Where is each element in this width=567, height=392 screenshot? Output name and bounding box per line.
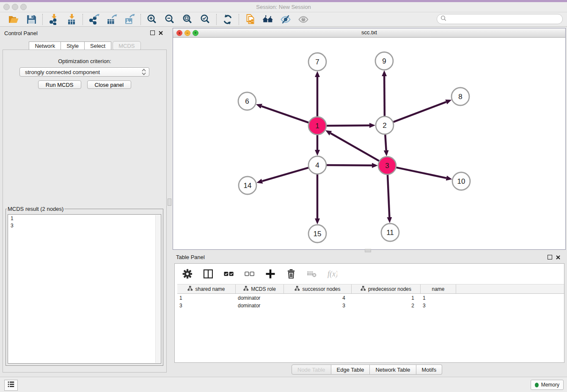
graph-node-10[interactable]: 10 (452, 172, 470, 190)
mcds-result-legend: MCDS result (2 nodes) (7, 206, 64, 212)
close-panel-button[interactable]: Close panel (87, 80, 132, 89)
zoom-out-icon[interactable] (163, 13, 176, 26)
table-row[interactable]: 1dominator411 (177, 295, 564, 301)
edge-3-1[interactable] (330, 133, 379, 161)
hide-selected-icon[interactable] (279, 13, 292, 26)
edge-3-10[interactable] (396, 168, 446, 178)
graph-node-15[interactable]: 15 (308, 225, 326, 243)
edge-1-2[interactable] (327, 125, 369, 126)
maximize-view-icon[interactable]: + (193, 30, 198, 36)
column-header-name[interactable]: name (421, 284, 456, 293)
import-table-icon[interactable] (65, 13, 78, 26)
select-all-icon[interactable] (223, 268, 234, 279)
tab-network[interactable]: Network (29, 41, 61, 50)
delete-row-icon[interactable] (286, 268, 296, 279)
table-cell[interactable]: dominator (236, 303, 284, 309)
column-header-shared-name[interactable]: shared name (177, 284, 236, 293)
search-input[interactable] (448, 15, 562, 23)
graph-node-3[interactable]: 3 (378, 157, 396, 174)
table-cell[interactable]: 1 (177, 295, 236, 301)
edge-3-11[interactable] (388, 175, 389, 217)
export-image-icon[interactable] (123, 13, 136, 26)
control-panel-header: Control Panel (1, 28, 169, 38)
mcds-panel: Optimization criterion: strongly connect… (3, 50, 167, 373)
table-cell[interactable]: 3 (284, 303, 352, 309)
tab-edge-table[interactable]: Edge Table (331, 364, 370, 375)
mcds-result-text[interactable]: 13 (8, 214, 161, 364)
edge-2-8[interactable] (394, 102, 446, 122)
column-header-MCDS-role[interactable]: MCDS role (236, 284, 284, 293)
refresh-layout-icon[interactable] (221, 13, 234, 26)
network-window-titlebar[interactable]: scc.txt x − + (173, 28, 565, 38)
vertical-splitter-handle[interactable] (168, 199, 171, 206)
table-cell[interactable]: 4 (284, 295, 352, 301)
statusbar: Memory (0, 377, 567, 392)
tab-select[interactable]: Select (85, 41, 111, 50)
memory-label: Memory (541, 382, 559, 388)
graph-node-1[interactable]: 1 (308, 117, 326, 135)
graph-node-7[interactable]: 7 (308, 53, 326, 71)
open-file-icon[interactable] (7, 13, 20, 26)
edge-2-3[interactable] (385, 135, 386, 150)
search-icon (440, 15, 446, 23)
tab-node-table[interactable]: Node Table (292, 364, 331, 375)
optimization-criterion-dropdown[interactable]: strongly connected component (19, 67, 149, 77)
graph-node-6[interactable]: 6 (238, 92, 256, 110)
result-scrollbar[interactable] (155, 215, 160, 363)
edge-1-6[interactable] (261, 106, 308, 123)
network-window-title: scc.txt (173, 28, 565, 37)
column-header-predecessor-nodes[interactable]: predecessor nodes (352, 284, 421, 293)
table-panel: Table Panel f(x) shared nameMCDS rolesuc… (173, 253, 566, 376)
show-panels-button[interactable] (4, 380, 18, 391)
table-row[interactable]: 3dominator323 (177, 302, 564, 309)
table-toolbar: f(x) (175, 264, 564, 283)
zoom-fit-icon[interactable] (181, 13, 194, 26)
import-network-icon[interactable] (47, 13, 60, 26)
run-mcds-button[interactable]: Run MCDS (38, 80, 81, 89)
graph-node-8[interactable]: 8 (451, 88, 469, 105)
zoom-selected-icon[interactable] (199, 13, 212, 26)
optimization-criterion-label: Optimization criterion: (3, 58, 166, 64)
edge-2-9[interactable] (384, 76, 385, 116)
table-cell[interactable]: 1 (421, 295, 456, 301)
float-table-panel-icon[interactable] (548, 255, 552, 259)
tab-network-table[interactable]: Network Table (370, 364, 416, 375)
control-panel-title: Control Panel (4, 30, 38, 36)
search-box[interactable] (437, 14, 563, 24)
horizontal-splitter-handle[interactable] (365, 249, 371, 252)
export-table-icon[interactable] (105, 13, 118, 26)
edge-4-14[interactable] (262, 168, 308, 181)
split-panel-icon[interactable] (203, 268, 213, 279)
export-network-icon[interactable] (88, 13, 100, 26)
minimize-view-icon[interactable]: − (184, 30, 190, 36)
memory-button[interactable]: Memory (531, 380, 564, 390)
graph-node-2[interactable]: 2 (376, 116, 394, 134)
table-cell[interactable]: 1 (352, 295, 421, 301)
network-canvas[interactable]: 7968124314101511 (173, 37, 565, 249)
tab-style[interactable]: Style (61, 41, 85, 50)
graph-node-14[interactable]: 14 (239, 177, 256, 194)
graph-node-9[interactable]: 9 (375, 52, 393, 70)
dropdown-selected-value: strongly connected component (25, 69, 100, 75)
table-cell[interactable]: 2 (352, 303, 421, 309)
edge-4-3[interactable] (327, 165, 372, 166)
tab-motifs[interactable]: Motifs (416, 364, 443, 375)
home-layout-icon[interactable] (261, 13, 274, 26)
gear-icon[interactable] (182, 268, 192, 279)
close-table-panel-icon[interactable] (556, 255, 560, 259)
float-panel-icon[interactable] (150, 30, 155, 35)
table-cell[interactable]: dominator (236, 295, 284, 301)
column-header-successor-nodes[interactable]: successor nodes (284, 284, 352, 293)
close-panel-icon[interactable] (159, 31, 163, 35)
clone-network-icon[interactable] (244, 13, 256, 26)
graph-node-4[interactable]: 4 (308, 156, 326, 174)
tab-mcds[interactable]: MCDS (113, 41, 140, 50)
deselect-all-icon[interactable] (244, 268, 254, 279)
table-cell[interactable]: 3 (177, 303, 236, 309)
zoom-in-icon[interactable] (146, 13, 158, 26)
add-row-icon[interactable] (265, 268, 275, 279)
graph-node-11[interactable]: 11 (381, 224, 399, 241)
close-view-icon[interactable]: x (176, 30, 182, 36)
save-session-icon[interactable] (25, 13, 38, 26)
table-cell[interactable]: 3 (421, 303, 456, 309)
